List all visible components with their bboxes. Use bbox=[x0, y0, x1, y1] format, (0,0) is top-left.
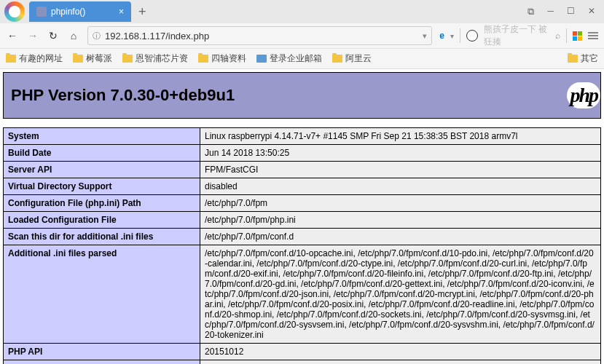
apps-icon[interactable] bbox=[573, 31, 582, 41]
table-row: Build DateJun 14 2018 13:50:25 bbox=[4, 145, 601, 162]
config-value: 20151012 bbox=[200, 344, 601, 360]
config-key: Configuration File (php.ini) Path bbox=[4, 195, 200, 212]
bookmark-label: 恩智浦芯片资 bbox=[136, 52, 188, 65]
ie-mode-icon[interactable]: e bbox=[439, 31, 444, 41]
config-key: Build Date bbox=[4, 145, 200, 162]
folder-icon bbox=[198, 55, 208, 63]
mail-icon bbox=[256, 55, 267, 63]
new-tab-button[interactable]: + bbox=[131, 4, 154, 20]
forward-button[interactable]: → bbox=[26, 30, 39, 41]
table-row: PHP Extension20151012 bbox=[4, 360, 601, 365]
restore-icon[interactable]: ⧉ bbox=[527, 6, 534, 17]
nav-bar: ← → ↻ ⌂ ⓘ 192.168.1.117/index.php ▾ e ▾ … bbox=[0, 23, 604, 48]
window-controls: ⧉ ─ ☐ ✕ bbox=[519, 6, 604, 17]
folder-icon bbox=[6, 55, 16, 63]
active-tab[interactable]: phpinfo() × bbox=[29, 1, 131, 22]
bookmarks-bar: 有趣的网址 树莓派 恩智浦芯片资 四轴资料 登录企业邮箱 阿里云 其它 bbox=[0, 48, 604, 68]
config-value: /etc/php/7.0/fpm/conf.d bbox=[200, 229, 601, 245]
config-value: Linux raspberrypi 4.14.71-v7+ #1145 SMP … bbox=[200, 128, 601, 145]
config-key: System bbox=[4, 128, 200, 145]
folder-icon bbox=[122, 55, 133, 63]
table-row: Scan this dir for additional .ini files/… bbox=[4, 229, 601, 245]
config-value: FPM/FastCGI bbox=[200, 162, 601, 178]
reload-button[interactable]: ↻ bbox=[47, 30, 60, 41]
config-key: Additional .ini files parsed bbox=[4, 245, 200, 344]
page-title: PHP Version 7.0.30-0+deb9u1 bbox=[11, 86, 235, 105]
bookmark-label: 登录企业邮箱 bbox=[270, 52, 322, 65]
config-value: 20151012 bbox=[200, 360, 601, 365]
bookmark-item[interactable]: 恩智浦芯片资 bbox=[122, 52, 188, 65]
config-key: Server API bbox=[4, 162, 200, 178]
bookmark-label: 阿里云 bbox=[345, 52, 372, 65]
folder-icon bbox=[568, 55, 578, 63]
bookmark-label: 树莓派 bbox=[86, 52, 112, 65]
minimize-icon[interactable]: ─ bbox=[547, 6, 554, 17]
maximize-icon[interactable]: ☐ bbox=[567, 6, 575, 17]
phpinfo-page: PHP Version 7.0.30-0+deb9u1 php SystemLi… bbox=[0, 69, 604, 364]
php-logo-text: php bbox=[570, 84, 597, 107]
config-key: PHP API bbox=[4, 344, 200, 360]
url-text[interactable]: 192.168.1.117/index.php bbox=[105, 31, 418, 41]
window-close-icon[interactable]: ✕ bbox=[588, 6, 595, 17]
browser-chrome: phpinfo() × + ⧉ ─ ☐ ✕ ← → ↻ ⌂ ⓘ 192.168.… bbox=[0, 0, 604, 69]
menu-icon[interactable] bbox=[588, 32, 598, 39]
table-row: Server APIFPM/FastCGI bbox=[4, 162, 601, 178]
bookmark-label: 四轴资料 bbox=[211, 52, 246, 65]
browser-logo-icon[interactable] bbox=[4, 1, 25, 22]
search-engine-icon[interactable] bbox=[466, 30, 478, 41]
address-dropdown-icon[interactable]: ▾ bbox=[423, 31, 427, 41]
address-bar[interactable]: ⓘ 192.168.1.117/index.php ▾ bbox=[87, 26, 432, 45]
table-row: Configuration File (php.ini) Path/etc/ph… bbox=[4, 195, 601, 212]
ie-dropdown-icon[interactable]: ▾ bbox=[450, 32, 454, 40]
php-logo: php bbox=[567, 82, 600, 108]
table-row: Loaded Configuration File/etc/php/7.0/fp… bbox=[4, 212, 601, 229]
config-key: PHP Extension bbox=[4, 360, 200, 365]
config-key: Loaded Configuration File bbox=[4, 212, 200, 229]
tab-title: phpinfo() bbox=[51, 7, 85, 17]
bookmarks-overflow[interactable]: 其它 bbox=[568, 52, 598, 65]
toolbar-right: e ▾ 熊孩子皮一下 被狂揍 ⌕ bbox=[439, 23, 598, 48]
table-row: PHP API20151012 bbox=[4, 344, 601, 360]
tab-fav-icon bbox=[36, 7, 47, 17]
search-placeholder[interactable]: 熊孩子皮一下 被狂揍 bbox=[484, 23, 549, 48]
back-button[interactable]: ← bbox=[6, 30, 19, 41]
config-value: /etc/php/7.0/fpm/php.ini bbox=[200, 212, 601, 229]
bookmark-label: 有趣的网址 bbox=[19, 52, 63, 65]
tab-close-icon[interactable]: × bbox=[119, 7, 124, 17]
search-icon[interactable]: ⌕ bbox=[555, 31, 560, 41]
config-value: Jun 14 2018 13:50:25 bbox=[200, 145, 601, 162]
config-value: /etc/php/7.0/fpm bbox=[200, 195, 601, 212]
divider bbox=[566, 28, 567, 43]
bookmark-item[interactable]: 阿里云 bbox=[332, 52, 372, 65]
divider bbox=[460, 28, 460, 43]
bookmark-item[interactable]: 登录企业邮箱 bbox=[256, 52, 322, 65]
folder-icon bbox=[332, 55, 342, 63]
config-key: Scan this dir for additional .ini files bbox=[4, 229, 200, 245]
bookmark-label: 其它 bbox=[581, 52, 598, 65]
folder-icon bbox=[73, 55, 83, 63]
config-value: /etc/php/7.0/fpm/conf.d/10-opcache.ini, … bbox=[200, 245, 601, 344]
phpinfo-header: PHP Version 7.0.30-0+deb9u1 php bbox=[3, 72, 601, 119]
table-row: Virtual Directory Supportdisabled bbox=[4, 178, 601, 195]
home-button[interactable]: ⌂ bbox=[67, 30, 80, 41]
phpinfo-table: SystemLinux raspberrypi 4.14.71-v7+ #114… bbox=[3, 127, 601, 364]
tab-bar: phpinfo() × + ⧉ ─ ☐ ✕ bbox=[0, 0, 604, 23]
site-info-icon[interactable]: ⓘ bbox=[93, 31, 101, 41]
bookmark-item[interactable]: 有趣的网址 bbox=[6, 52, 63, 65]
config-key: Virtual Directory Support bbox=[4, 178, 200, 195]
config-value: disabled bbox=[200, 178, 601, 195]
table-row: SystemLinux raspberrypi 4.14.71-v7+ #114… bbox=[4, 128, 601, 145]
table-row: Additional .ini files parsed/etc/php/7.0… bbox=[4, 245, 601, 344]
bookmark-item[interactable]: 四轴资料 bbox=[198, 52, 246, 65]
bookmark-item[interactable]: 树莓派 bbox=[73, 52, 112, 65]
